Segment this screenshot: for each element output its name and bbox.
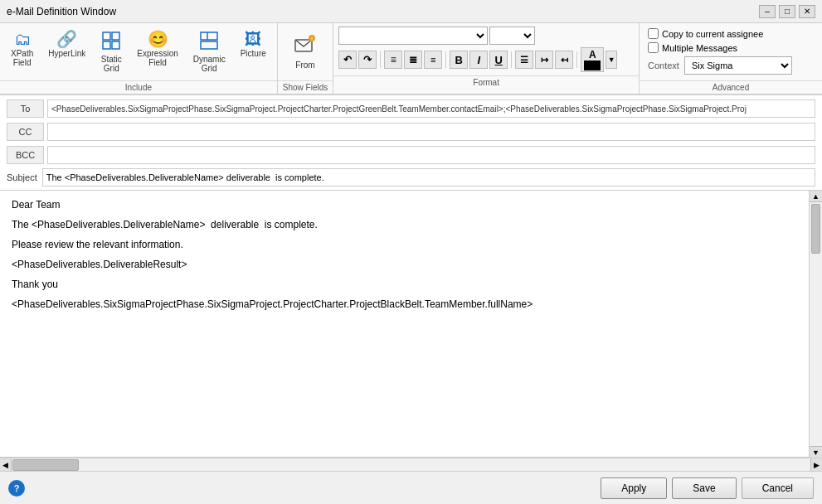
include-section: 🗂 XPathField 🔗 HyperLink StaticGrid 😊 Ex…: [0, 23, 278, 94]
static-grid-button[interactable]: StaticGrid: [95, 27, 128, 77]
align-left-button[interactable]: ≡: [384, 51, 402, 69]
from-content: ! From: [278, 23, 333, 80]
email-body[interactable]: Dear Team The <PhaseDeliverables.Deliver…: [0, 191, 809, 458]
subject-label: Subject: [7, 172, 37, 182]
to-input[interactable]: <PhaseDeliverables.SixSigmaProjectPhase.…: [47, 99, 815, 118]
picture-icon: 🖼: [245, 31, 261, 47]
context-row: Context Six Sigma: [648, 56, 814, 75]
font-color-label: A: [589, 49, 596, 61]
h-scroll-thumb[interactable]: [12, 459, 79, 471]
font-color-button[interactable]: A: [581, 47, 604, 72]
cc-label: CC: [7, 123, 44, 141]
show-fields-label: Show Fields: [278, 80, 333, 94]
copy-assignee-label: Copy to current assignee: [662, 29, 763, 39]
color-swatch: [584, 61, 601, 70]
scroll-right-button[interactable]: ▶: [810, 458, 822, 471]
static-grid-icon: [101, 31, 121, 53]
xpath-field-button[interactable]: 🗂 XPathField: [5, 27, 39, 71]
align-center-button[interactable]: ≣: [404, 51, 422, 69]
h-scroll-track: [80, 458, 810, 471]
minimize-button[interactable]: –: [759, 5, 776, 18]
svg-text:!: !: [311, 36, 313, 41]
from-icon: !: [294, 35, 317, 59]
underline-button[interactable]: U: [489, 51, 508, 69]
multiple-messages-checkbox[interactable]: [648, 42, 659, 53]
hyperlink-label: HyperLink: [48, 49, 85, 58]
body-line-3: Please review the relevant information.: [12, 239, 797, 250]
window-controls: – □ ✕: [759, 5, 815, 18]
svg-rect-5: [201, 41, 217, 49]
maximize-button[interactable]: □: [779, 5, 795, 18]
save-button[interactable]: Save: [672, 477, 736, 499]
footer: ? Apply Save Cancel: [0, 471, 822, 504]
copy-assignee-row: Copy to current assignee: [648, 28, 814, 39]
body-line-4: <PhaseDeliverables.DeliverableResult>: [12, 259, 797, 270]
xpath-field-label: XPathField: [11, 49, 33, 67]
indent-button[interactable]: ↦: [535, 51, 553, 69]
scroll-down-button[interactable]: ▼: [810, 446, 822, 458]
body-wrapper: Dear Team The <PhaseDeliverables.Deliver…: [0, 191, 822, 458]
svg-rect-4: [201, 32, 217, 40]
cc-input[interactable]: [47, 123, 815, 141]
format-section: ↶ ↷ ≡ ≣ ≡ B I U ☰ ↦ ↤ A ▼: [333, 23, 640, 94]
hyperlink-icon: 🔗: [56, 31, 77, 47]
xpath-field-icon: 🗂: [14, 31, 31, 47]
align-right-button[interactable]: ≡: [424, 51, 442, 69]
expression-field-icon: 😊: [148, 31, 168, 47]
format-row-1: [338, 27, 634, 45]
cancel-button[interactable]: Cancel: [742, 477, 814, 499]
horizontal-scrollbar[interactable]: ◀ ▶: [0, 458, 822, 471]
footer-buttons: Apply Save Cancel: [601, 477, 814, 499]
redo-button[interactable]: ↷: [358, 51, 377, 69]
body-line-6: <PhaseDeliverables.SixSigmaProjectPhase.…: [12, 298, 797, 310]
advanced-content: Copy to current assignee Multiple Messag…: [640, 23, 822, 80]
bcc-row: BCC: [7, 145, 815, 165]
from-button[interactable]: ! From: [288, 31, 323, 74]
include-buttons: 🗂 XPathField 🔗 HyperLink StaticGrid 😊 Ex…: [0, 23, 277, 80]
svg-rect-3: [112, 41, 119, 49]
expression-field-button[interactable]: 😊 ExpressionField: [131, 27, 183, 71]
vertical-scrollbar[interactable]: ▲ ▼: [809, 191, 822, 458]
undo-button[interactable]: ↶: [338, 51, 357, 69]
outdent-button[interactable]: ↤: [555, 51, 573, 69]
help-button[interactable]: ?: [8, 480, 25, 497]
advanced-label: Advanced: [640, 80, 822, 94]
list-button[interactable]: ☰: [515, 51, 533, 69]
body-line-5: Thank you: [12, 279, 797, 290]
bcc-label: BCC: [7, 146, 44, 164]
color-dropdown-button[interactable]: ▼: [606, 51, 617, 69]
body-line-1: Dear Team: [12, 199, 797, 211]
close-button[interactable]: ✕: [799, 5, 815, 18]
dynamic-grid-button[interactable]: DynamicGrid: [187, 27, 231, 77]
bcc-input[interactable]: [47, 146, 815, 164]
separator-1: [380, 51, 381, 68]
hyperlink-button[interactable]: 🔗 HyperLink: [42, 27, 91, 62]
bold-button[interactable]: B: [450, 51, 468, 69]
picture-label: Picture: [241, 49, 266, 58]
to-label: To: [7, 99, 44, 118]
picture-button[interactable]: 🖼 Picture: [235, 27, 272, 62]
size-dropdown[interactable]: [489, 27, 535, 45]
scroll-left-button[interactable]: ◀: [0, 458, 12, 471]
copy-assignee-checkbox[interactable]: [648, 28, 659, 39]
font-dropdown[interactable]: [338, 27, 488, 45]
subject-input[interactable]: [42, 168, 815, 187]
context-dropdown[interactable]: Six Sigma: [684, 56, 792, 75]
apply-button[interactable]: Apply: [601, 477, 667, 499]
body-line-2: The <PhaseDeliverables.DeliverableName> …: [12, 219, 797, 230]
title-bar: e-Mail Definition Window – □ ✕: [0, 0, 822, 23]
format-content: ↶ ↷ ≡ ≣ ≡ B I U ☰ ↦ ↤ A ▼: [333, 23, 639, 75]
expression-field-label: ExpressionField: [137, 49, 178, 67]
multiple-messages-label: Multiple Messages: [662, 43, 737, 53]
dynamic-grid-label: DynamicGrid: [193, 55, 226, 73]
scroll-thumb[interactable]: [811, 204, 820, 254]
format-row-2: ↶ ↷ ≡ ≣ ≡ B I U ☰ ↦ ↤ A ▼: [338, 47, 634, 72]
cc-row: CC: [7, 122, 815, 142]
scroll-up-button[interactable]: ▲: [810, 191, 822, 202]
to-row: To <PhaseDeliverables.SixSigmaProjectPha…: [7, 99, 815, 119]
footer-left: ?: [8, 480, 25, 497]
svg-rect-1: [112, 32, 119, 40]
ribbon: 🗂 XPathField 🔗 HyperLink StaticGrid 😊 Ex…: [0, 23, 822, 95]
italic-button[interactable]: I: [469, 51, 488, 69]
svg-rect-2: [103, 41, 110, 49]
